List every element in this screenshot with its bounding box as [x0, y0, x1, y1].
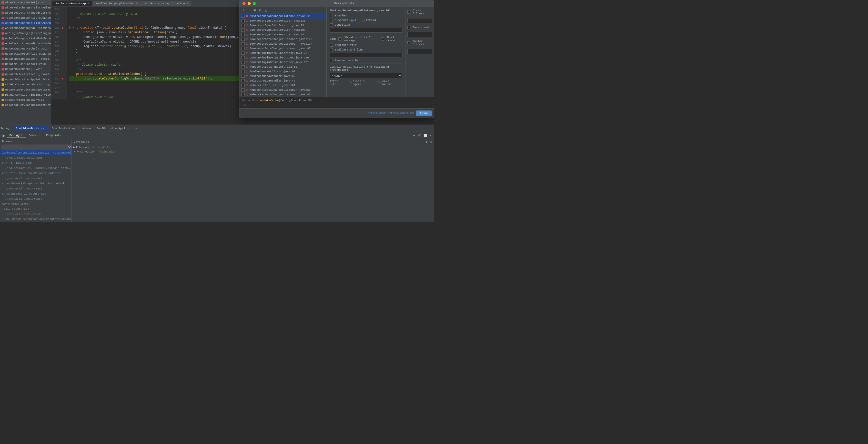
stack-trace-checkbox[interactable] [381, 37, 384, 40]
bp-item[interactable]: WebsocketDataChangedListener.java:43 [240, 92, 326, 97]
left-panel-item[interactable]: onRuleChanged(List<RuleData>, DataEventT… [0, 36, 51, 41]
bp-item-checkbox[interactable] [242, 52, 245, 55]
leave-enabled-radio[interactable]: Leave enabled [377, 80, 402, 86]
bp-item-checkbox[interactable] [242, 14, 245, 18]
bp-item[interactable]: CommonPluginDataSubscriber.java:120 [240, 55, 326, 60]
thread-select[interactable]: "soul-long-polling-1"@7,555 in group "so… [2, 145, 72, 150]
bp-item-checkbox[interactable] [242, 19, 245, 22]
tl-green[interactable] [253, 2, 256, 5]
bp-item-checkbox[interactable] [242, 93, 245, 96]
debug-tab-3[interactable]: SoulBootstrapApplication [94, 126, 140, 130]
var-this[interactable]: ▶ this = {HttpLongPollin [72, 145, 434, 150]
endpoints-tab[interactable]: Endpoints [43, 133, 64, 138]
left-panel-item[interactable]: afterPropertiesSet():void [0, 0, 51, 5]
suspend-thread-radio[interactable]: Thread [362, 19, 376, 22]
bp-add-btn[interactable]: + [241, 8, 246, 12]
bp-item-checkbox[interactable] [242, 89, 245, 92]
left-panel-item[interactable]: updateRuleCache():void [0, 67, 51, 72]
enabled-checkbox[interactable] [330, 14, 333, 17]
left-panel-item[interactable]: onMetaDataChanged(List<MetaData>, DataEv… [0, 26, 51, 31]
bp-item[interactable]: SelectorDataHandler.java:47 [240, 78, 326, 83]
bp-item[interactable]: ZookeeperDataChangedListener.java:97 [240, 46, 326, 51]
debug-tab-1[interactable]: SoulAdminBootstrap [13, 126, 49, 130]
tab-close-1[interactable]: × [87, 2, 89, 5]
close-panel-icon[interactable]: × [429, 134, 432, 137]
debug-tab-2[interactable]: SoulTestHttpApplication [49, 126, 93, 130]
frame-item[interactable]: run:-1, 1032671934 [0, 160, 71, 166]
bp-item-checkbox[interactable] [242, 33, 245, 36]
bp-settings-btn[interactable]: ⚙ [258, 8, 262, 12]
step-over-icon[interactable]: ▶ [2, 133, 6, 138]
left-panel-item[interactable]: onAppAuthChanged(List<AppAuthData>, Data… [0, 21, 51, 26]
left-panel-item[interactable]: afterSelectorChanged(List<SelectorData>,… [0, 10, 51, 15]
done-button[interactable]: Done [416, 110, 432, 116]
left-panel-item[interactable]: updateAppAuthCache():void [0, 46, 51, 51]
left-panel-item[interactable]: updateCache(ConfigGroupEnum, List<T>):vo… [0, 51, 51, 56]
tl-yellow[interactable] [248, 2, 251, 5]
bp-item-checkbox[interactable] [242, 38, 245, 41]
console-tab[interactable]: Console [26, 133, 43, 138]
tab-close-3[interactable]: × [186, 2, 188, 5]
bp-item[interactable]: ZookeeperDataChangedListener.java:134 [240, 41, 326, 46]
tab-soul-admin[interactable]: SoulAdminBootstrap × [52, 1, 92, 6]
condition-input[interactable] [330, 28, 402, 33]
variables-infinity[interactable]: ∞ [430, 140, 432, 144]
bp-item[interactable]: AbstractDataChangedListener.java:241 [240, 14, 326, 19]
left-panel-item[interactable]: selectorService:SelectorService [0, 102, 51, 108]
left-panel-item[interactable]: metaDataService:MetaDataService [0, 87, 51, 92]
bp-item-checkbox[interactable] [242, 65, 245, 68]
class-filter-input[interactable] [407, 18, 432, 23]
tab-close-2[interactable]: × [136, 2, 138, 5]
left-panel-item[interactable]: onPluginChanged(List<PluginData>, DataEv… [0, 31, 51, 36]
left-panel-item[interactable]: fetchConfig(ConfigGroupEnum):ConfigData<… [0, 15, 51, 21]
left-panel-item[interactable]: updatePluginCache():void [0, 62, 51, 67]
bp-remove-btn[interactable]: − [247, 8, 251, 12]
bp-item[interactable]: CommonPluginDataSubscriber.java:131 [240, 60, 326, 65]
bp-item[interactable]: ZookeeperSyncDataService.java:235 [240, 19, 326, 23]
bp-item[interactable]: ZookeeperSyncDataService.java:108 [240, 28, 326, 32]
evaluate-checkbox[interactable] [330, 48, 333, 51]
settings-icon[interactable]: ≡ [412, 134, 416, 137]
evaluate-input[interactable] [330, 53, 402, 57]
bp-item[interactable]: WebsocketDataHandler.java:61 [240, 65, 326, 69]
disable-select[interactable]: <None> [330, 73, 402, 78]
left-panel-item[interactable]: updateSelectorCache():void [0, 72, 51, 77]
bp-item[interactable]: AbstractDataHandler.java:62 [240, 74, 326, 78]
condition-checkbox[interactable] [330, 23, 333, 26]
async-frame-item[interactable]: :219, ScheduledThreadPoolExecutor$Schedu… [0, 217, 71, 222]
tab-soul-bootstrap[interactable]: SoulBootstrapApplication × [141, 1, 191, 6]
bp-item-checkbox[interactable] [242, 79, 245, 82]
bp-view-btn[interactable]: ⊞ [252, 8, 257, 12]
left-panel-item[interactable]: ruleService:RuleService [0, 97, 51, 102]
bp-export-btn[interactable]: ⇲ [264, 8, 268, 12]
instance-checkbox[interactable] [330, 43, 333, 46]
bp-item-checkbox[interactable] [242, 28, 245, 32]
var-scheduler[interactable]: ▶ ∞ scheduler = {Scheduler [72, 150, 434, 154]
bp-item[interactable]: ZookeeperSyncDataService.java:93 [240, 23, 326, 28]
left-panel-item[interactable]: CACHE:ConcurrentMap<String, ConfigDataCa… [0, 82, 51, 87]
bp-item-checkbox[interactable] [242, 74, 245, 78]
help-link[interactable]: https://blog.netty.example.com [368, 112, 414, 115]
bp-item-checkbox[interactable] [242, 84, 245, 87]
suspend-all-radio[interactable]: All [350, 19, 360, 22]
bp-item-checkbox[interactable] [242, 47, 245, 50]
caller-filter-input[interactable] [407, 49, 432, 54]
frame-item[interactable]: call:511, Executors$RunnableAdapter [0, 171, 71, 176]
async-frame-item[interactable]: :151, FutureTask [0, 207, 71, 212]
tab-soul-test[interactable]: SoulTestHttpApplication × [93, 1, 141, 6]
left-panel-item[interactable]: appAuthService:AppAuthService [0, 77, 51, 82]
left-panel-item[interactable]: updateMetaDataCache():void [0, 56, 51, 62]
frame-item[interactable]: lambda$afterInitialize$0:110, HttpLongPo… [0, 150, 71, 155]
left-panel-item[interactable]: onSelectorChanged(List<SelectorData>, Da… [0, 41, 51, 46]
bp-item[interactable]: SoulWebsocketClient.java:68 [240, 69, 326, 74]
bp-item[interactable]: ZookeeperDataChangedListener.java:145 [240, 37, 326, 41]
bp-item[interactable]: WebsocketCollector.java:107 [240, 83, 326, 88]
caller-filters-checkbox[interactable] [407, 41, 410, 44]
tl-red[interactable] [243, 2, 246, 5]
variables-add-watch[interactable]: + [425, 140, 427, 144]
log-msg-checkbox[interactable] [338, 37, 341, 40]
bp-item-checkbox[interactable] [242, 42, 245, 45]
bp-item[interactable]: CommonPluginDataSubscriber.java:75 [240, 51, 326, 55]
debugger-tab[interactable]: Debugger [7, 133, 26, 138]
left-panel-item[interactable]: pluginService:PluginService [0, 92, 51, 97]
